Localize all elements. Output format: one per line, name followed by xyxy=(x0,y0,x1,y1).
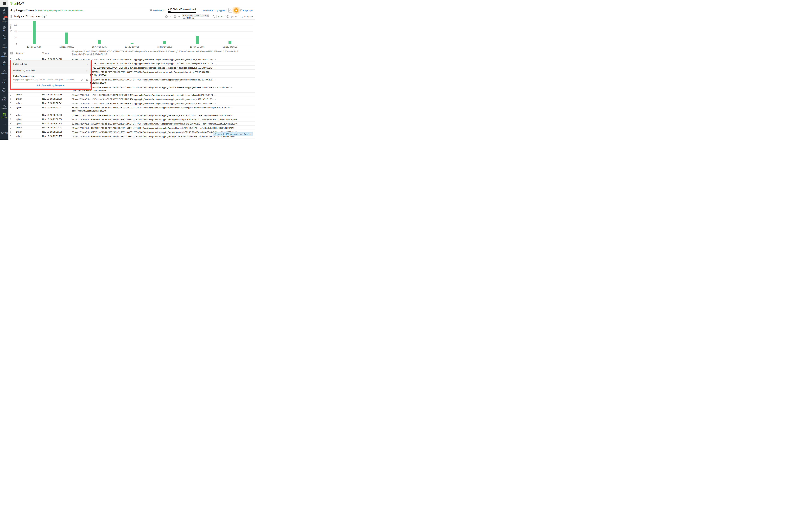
row-message: 67 sas 172.20.45.1 - - - "16-11-2020 23:… xyxy=(72,98,252,101)
chart-bar[interactable] xyxy=(196,36,199,44)
edit-icon[interactable] xyxy=(81,79,83,81)
row-drag-handle-icon[interactable] xyxy=(10,102,11,104)
help-icon[interactable]: ? xyxy=(169,15,171,18)
sidebar-item-server[interactable]: Server xyxy=(0,42,8,51)
row-monitor: zylker xyxy=(16,135,22,137)
row-drag-handle-icon[interactable] xyxy=(10,98,11,100)
divider xyxy=(238,15,238,18)
row-drag-handle-icon[interactable] xyxy=(10,135,11,137)
log-templates-button[interactable]: Log Templates xyxy=(240,15,253,18)
sidebar-item-aws[interactable]: AWS xyxy=(0,77,8,85)
alerts-button[interactable]: Alerts xyxy=(218,15,224,18)
row-time: Nov 16, 10:29:34:272 xyxy=(42,58,62,60)
date-range-picker[interactable]: Nov 16, 05:05 - Nov 17, 05:05 Last 24 Ho… xyxy=(182,14,209,19)
home-view-button[interactable] xyxy=(229,8,232,13)
table-row[interactable]: zylkerNov 16, 10:29:32:63165 sas 172.20.… xyxy=(8,106,255,113)
house-icon xyxy=(230,9,231,11)
row-time: Nov 16, 10:29:32:105 xyxy=(42,122,62,125)
template-query: logtype="Site-Application-Log" and threa… xyxy=(13,79,80,81)
row-message: 74 sas 172.20.45.1 - - - "16-11-2020 23:… xyxy=(72,58,252,61)
page-tips-link[interactable]: Page Tips xyxy=(240,9,253,12)
discovered-log-types-link[interactable]: Discovered Log Types xyxy=(200,9,225,11)
row-message-line2: ba0e73adfa8d0311af00d10d252d2946 xyxy=(72,89,106,92)
table-row[interactable]: zylkerNov 16, 10:29:32:64166 sas 172.20.… xyxy=(8,101,255,106)
sidebar-item-cloud[interactable]: Cloud xyxy=(0,59,8,68)
row-monitor: zylker xyxy=(16,98,22,100)
table-row[interactable]: zylkerNov 16, 10:29:32:96667 sas 172.20.… xyxy=(8,97,255,101)
home-icon xyxy=(3,9,6,11)
y-axis-tick: 100 xyxy=(11,30,17,32)
related-log-templates-section[interactable]: Related Log Templates⌴ xyxy=(11,68,90,74)
sidebar-item-rum[interactable]: RUM xyxy=(0,94,8,103)
guided-tour-button[interactable] xyxy=(234,8,238,12)
chart-bar[interactable] xyxy=(130,43,134,44)
column-header-monitor[interactable]: Monitor xyxy=(16,52,24,54)
row-message-line2: ba0e73adfa8d0311af00d10d252d2946 xyxy=(72,110,106,112)
row-drag-handle-icon[interactable] xyxy=(10,118,11,120)
app-launcher-button[interactable] xyxy=(0,0,8,7)
add-related-log-template-link[interactable]: Add Related Log Template xyxy=(13,82,88,88)
sidebar-item-alarms[interactable]: Alarms37 xyxy=(0,16,8,25)
row-time: Nov 16, 10:29:32:358 xyxy=(42,118,62,120)
favorite-star-icon[interactable]: ★ xyxy=(178,15,180,18)
row-message: 63 sas 172.20.45.1 - 60731599 - "16-11-2… xyxy=(72,118,252,121)
row-message: 73 sas 172.20.45.1 - - - "16-11-2020 23:… xyxy=(72,62,252,65)
signpost-icon xyxy=(235,9,237,11)
row-monitor: zylker xyxy=(16,131,22,133)
table-row[interactable]: zylkerNov 16, 10:29:32:08361 sas 172.20.… xyxy=(8,126,255,130)
dashboard-link[interactable]: Dashboard xyxy=(150,9,164,11)
sidebar-item-metrics[interactable]: Metrics xyxy=(0,103,8,111)
chart-bar[interactable] xyxy=(98,40,101,44)
y-axis-tick: 150 xyxy=(11,24,17,26)
sidebar-item-apm[interactable]: APM xyxy=(0,33,8,42)
column-settings-icon[interactable] xyxy=(10,52,13,54)
fields-to-filter-section[interactable]: Fields to Filter⌵ xyxy=(11,61,90,67)
sidebar-item-label: Server xyxy=(2,47,7,49)
row-drag-handle-icon[interactable] xyxy=(10,123,11,124)
upload-button[interactable]: Upload xyxy=(227,15,236,18)
chart-bar[interactable] xyxy=(65,32,68,44)
network-icon xyxy=(3,70,6,72)
sidebar-item-vmware[interactable]: VMware xyxy=(0,51,8,59)
row-message: 62 sas 172.20.45.1 - 60731599 - "16-11-2… xyxy=(72,122,252,125)
chart-bar[interactable] xyxy=(229,41,231,44)
share-export-icon[interactable] xyxy=(174,15,176,18)
sidebar-item-azure[interactable]: Azure xyxy=(0,85,8,94)
page-title[interactable]: AppLogs - Search▼ xyxy=(10,8,39,12)
upload-icon xyxy=(227,15,229,18)
column-header-time[interactable]: Time▼ xyxy=(42,52,49,54)
table-row[interactable]: zylkerNov 16, 10:29:32:38064 sas 172.20.… xyxy=(8,113,255,117)
sidebar-item-label: Azure xyxy=(2,90,6,92)
sidebar-item-applogs[interactable]: AppLogs xyxy=(0,111,8,120)
close-icon[interactable]: ✕ xyxy=(250,133,252,135)
vmware-icon xyxy=(3,53,6,55)
chart-bar[interactable] xyxy=(33,21,35,44)
x-axis-tick: 16-Nov-20 10:05 xyxy=(190,46,204,48)
chart-bar[interactable] xyxy=(163,41,166,44)
row-drag-handle-icon[interactable] xyxy=(10,131,11,133)
chevron-down-icon: ⌵ xyxy=(87,63,88,65)
search-icon[interactable] xyxy=(212,15,215,18)
table-row[interactable]: zylkerNov 16, 10:29:32:10562 sas 172.20.… xyxy=(8,122,255,126)
sidebar-item-more[interactable] xyxy=(0,120,8,129)
row-message: 69 sas 172.20.45.1 - 60731599 - "16-11-2… xyxy=(72,86,252,89)
column-header-fields[interactable]: $ReqId$ sas $Host$ $ZLOC$ $ZUID$ $ZOID$ … xyxy=(72,50,252,56)
delete-icon[interactable] xyxy=(86,79,88,81)
row-drag-handle-icon[interactable] xyxy=(10,114,11,116)
row-message: 72 sas 172.20.45.1 - - - "16-11-2020 23:… xyxy=(72,66,252,70)
search-query-input[interactable]: logtype="Site-Access-Log" xyxy=(14,15,47,18)
row-time: Nov 16, 10:29:32:083 xyxy=(42,127,62,129)
row-monitor: zylker xyxy=(16,93,22,96)
clear-query-icon[interactable]: ✕ xyxy=(165,15,168,18)
row-drag-handle-icon[interactable] xyxy=(10,94,11,96)
table-row[interactable]: zylkerNov 16, 10:29:32:96668 sas 172.20.… xyxy=(8,93,255,97)
row-drag-handle-icon[interactable] xyxy=(10,107,11,108)
row-drag-handle-icon[interactable] xyxy=(10,58,11,60)
gridline xyxy=(18,38,253,38)
sidebar-item-network[interactable]: Network xyxy=(0,68,8,77)
sidebar-item-web[interactable]: Web xyxy=(0,24,8,33)
saved-query-icon[interactable] xyxy=(10,15,12,18)
row-drag-handle-icon[interactable] xyxy=(10,127,11,129)
table-row[interactable]: zylkerNov 16, 10:29:32:35863 sas 172.20.… xyxy=(8,117,255,122)
sidebar-item-home[interactable]: Home xyxy=(0,7,8,16)
